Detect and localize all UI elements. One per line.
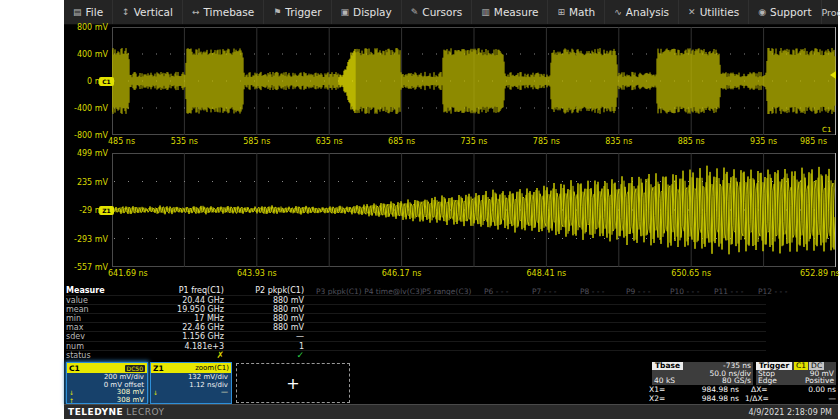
menu-item-label: Utilities [700, 6, 740, 18]
sample-count: 40 kS [654, 377, 675, 384]
x-axis-label: 652.89 ns [800, 269, 840, 278]
x-axis-label: 735 ns [460, 137, 487, 146]
add-trace-button[interactable]: + [236, 363, 350, 403]
y-axis-label: -293 mV [64, 235, 108, 244]
menu-item-label: Analysis [626, 6, 669, 18]
utilities-icon: ✕ [688, 7, 696, 17]
trigger-panel[interactable]: Trigger C1 DC Stop 90 mV Edge Positive [756, 362, 836, 385]
menu-item-support[interactable]: ◉Support [749, 0, 821, 24]
menu-item-measure[interactable]: ▥Measure [472, 0, 548, 24]
cursor-down-icon: ↓ [153, 389, 158, 397]
x-axis-label: 650.65 ns [671, 269, 711, 278]
z1-level-marker[interactable]: Z1 [99, 206, 114, 215]
menu-item-label: Vertical [134, 6, 173, 18]
trigger-icon: ⚑ [273, 7, 281, 17]
menu-item-label: Cursors [422, 6, 462, 18]
x-axis-label: 785 ns [533, 137, 560, 146]
y-axis-label: 499 mV [64, 149, 108, 158]
x2-label: X2= [649, 394, 665, 403]
channel-c1-descriptor[interactable]: C1 DC50 200 mV/div 0 mV offset ↓308 mV ↑… [66, 362, 148, 404]
file-icon: ▤ [73, 7, 82, 17]
y-axis-label: 800 mV [64, 23, 108, 32]
timebase-panel[interactable]: Tbase -735 ns 50.0 ns/div 40 kS 80 GS/s [652, 362, 753, 385]
support-icon: ◉ [758, 7, 766, 17]
y-axis-label: 235 mV [64, 178, 108, 187]
menu-items: ▤File↕Vertical↔Timebase⚑Trigger▣Display✎… [64, 0, 822, 24]
trigger-type: Edge [758, 377, 777, 384]
x-axis-label: 485 ns [108, 137, 135, 146]
cursors-icon: ✎ [411, 7, 419, 17]
page-background: ▤File↕Vertical↔Timebase⚑Trigger▣Display✎… [0, 0, 840, 420]
y-axis-label: -557 mV [64, 263, 108, 272]
x-axis-label: 641.69 ns [108, 269, 148, 278]
x-axis-label: 635 ns [316, 137, 343, 146]
brand-logo: TELEDYNE [68, 407, 123, 417]
oscilloscope-window: ▤File↕Vertical↔Timebase⚑Trigger▣Display✎… [64, 0, 838, 418]
cursor-readout-x2: X2= 984.98 ns 1/ΔX= — [649, 394, 836, 403]
z1-label: Z1 [153, 364, 164, 373]
measure-p1-header[interactable]: P1 freq(C1) [134, 286, 224, 295]
y-axis-label: 400 mV [64, 50, 108, 59]
menu-item-label: Math [569, 6, 595, 18]
menu-item-file[interactable]: ▤File [64, 0, 113, 24]
x1-label: X1= [649, 385, 665, 394]
z1-time-per-div: 1.12 ns/div [151, 381, 231, 389]
timebase-title: Tbase [652, 362, 683, 370]
x-axis-label: 685 ns [388, 137, 415, 146]
zoom-z1-descriptor[interactable]: Z1 zoom(C1) 132 mV/div 1.12 ns/div ↓— [150, 362, 232, 404]
sample-rate: 80 GS/s [722, 377, 751, 384]
inv-dx-value: — [829, 394, 837, 403]
x1-value: 984.98 ns [702, 385, 739, 394]
menu-item-label: Display [353, 6, 392, 18]
math-icon: ⊞ [557, 7, 565, 17]
x-axis-label: 835 ns [605, 137, 632, 146]
x-axis-label: 648.41 ns [527, 269, 567, 278]
p1-status-fail-icon: ✗ [134, 350, 224, 360]
measure-row-label: status [66, 351, 91, 360]
menu-bar: ▤File↕Vertical↔Timebase⚑Trigger▣Display✎… [64, 0, 838, 25]
menu-item-label: Support [770, 6, 812, 18]
x-axis-label: 535 ns [171, 137, 198, 146]
x-axis-label: 985 ns [800, 137, 827, 146]
menu-item-analysis[interactable]: ∿Analysis [605, 0, 679, 24]
c1-level-marker[interactable]: C1 [99, 77, 114, 86]
processing-label: Processing: [822, 7, 840, 18]
dx-value: 0.00 ns [808, 385, 836, 394]
x-axis-label: 935 ns [750, 137, 777, 146]
brand-logo-secondary: LECROY [126, 407, 164, 417]
display-icon: ▣ [341, 7, 350, 17]
trigger-slope: Positive [805, 377, 834, 384]
menu-item-display[interactable]: ▣Display [332, 0, 402, 24]
menu-item-label: File [86, 6, 104, 18]
menu-item-label: Trigger [285, 6, 321, 18]
menu-item-math[interactable]: ⊞Math [548, 0, 605, 24]
x-axis-label: 646.17 ns [382, 269, 422, 278]
measure-table-title: Measure [66, 286, 105, 295]
plus-icon: + [286, 374, 299, 393]
c1-volts-per-div: 200 mV/div [67, 373, 147, 381]
c1-coupling-badge: DC50 [125, 365, 145, 372]
y-axis-label: -400 mV [64, 104, 108, 113]
vertical-icon: ↕ [122, 7, 130, 17]
p2-status-pass-icon: ✓ [214, 350, 304, 360]
timebase-sampling-row: 40 kS 80 GS/s [652, 377, 753, 384]
x2-value: 984.98 ns [702, 394, 739, 403]
menu-item-timebase[interactable]: ↔Timebase [183, 0, 264, 24]
status-bar: TELEDYNE LECROY 4/9/2021 2:18:09 PM [64, 404, 838, 419]
menu-item-cursors[interactable]: ✎Cursors [402, 0, 473, 24]
cursor-up-icon: ↑ [69, 397, 74, 405]
trace-corner-label: C1 [822, 126, 831, 134]
analysis-icon: ∿ [614, 7, 622, 17]
z1-source: zoom(C1) [195, 364, 229, 372]
trigger-level-marker[interactable] [830, 71, 836, 79]
menu-item-vertical[interactable]: ↕Vertical [113, 0, 183, 24]
measure-p2-header[interactable]: P2 pkpk(C1) [214, 286, 304, 295]
cursor-readout-x1: X1= 984.98 ns ΔX= 0.00 ns [649, 385, 836, 394]
datetime: 4/9/2021 2:18:09 PM [748, 408, 832, 417]
c1-cursor-value-2: ↑308 mV [67, 397, 147, 405]
inv-dx-label: 1/ΔX= [745, 394, 769, 403]
menu-item-utilities[interactable]: ✕Utilities [679, 0, 749, 24]
trigger-source-badge: C1 [794, 362, 808, 370]
menu-item-trigger[interactable]: ⚑Trigger [264, 0, 331, 24]
timebase-icon: ↔ [192, 7, 200, 17]
